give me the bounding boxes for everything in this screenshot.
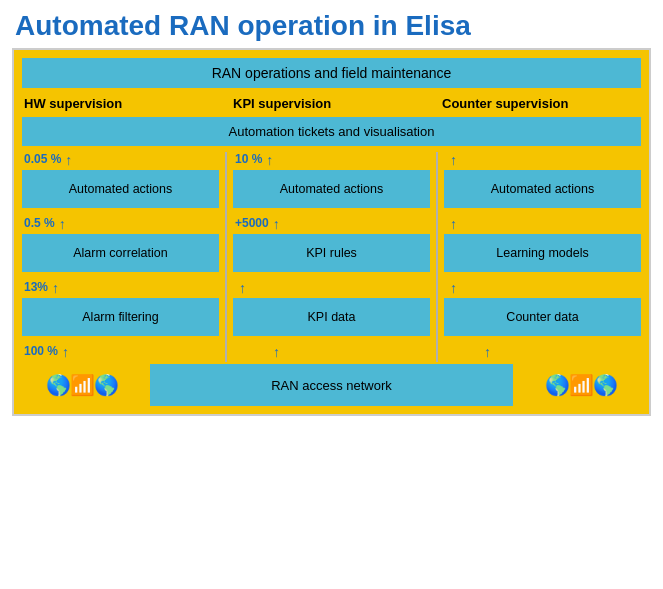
hw-percent-1: 0.05 % (22, 152, 61, 166)
tower-left-icon: 🌎📶🌎 (46, 373, 118, 397)
counter-automated-actions: Automated actions (444, 170, 641, 208)
kpi-rules: KPI rules (233, 234, 430, 272)
kpi-arrow-2: ↑ (273, 216, 280, 232)
hw-arrow-4: ↑ (62, 344, 69, 360)
hw-arrow-2: ↑ (59, 216, 66, 232)
kpi-arrow-1: ↑ (266, 152, 273, 168)
hw-block-2: 0.5 % ↑ Alarm correlation (22, 216, 219, 278)
hw-header: HW supervision (22, 96, 223, 111)
hw-alarm-correlation: Alarm correlation (22, 234, 219, 272)
counter-block-2: ↑ Learning models (444, 216, 641, 278)
counter-arrow-3: ↑ (450, 280, 457, 296)
tower-right-icon: 🌎📶🌎 (545, 373, 617, 397)
tower-right: 🌎📶🌎 (521, 364, 641, 406)
bottom-row: 🌎📶🌎 RAN access network 🌎📶🌎 (22, 364, 641, 406)
hw-percent-3: 13% (22, 280, 48, 294)
tower-left: 🌎📶🌎 (22, 364, 142, 406)
counter-header: Counter supervision (440, 96, 641, 111)
hw-arrow-1: ↑ (65, 152, 72, 168)
kpi-block-1: 10 % ↑ Automated actions (233, 152, 430, 214)
ran-access-bar: RAN access network (150, 364, 513, 406)
kpi-block-2: +5000 ↑ KPI rules (233, 216, 430, 278)
counter-learning-models: Learning models (444, 234, 641, 272)
hw-block-1: 0.05 % ↑ Automated actions (22, 152, 219, 214)
ran-operations-bar: RAN operations and field maintenance (22, 58, 641, 88)
kpi-percent-1: 10 % (233, 152, 262, 166)
counter-block-3: ↑ Counter data (444, 280, 641, 342)
outer-container: RAN operations and field maintenance HW … (12, 48, 651, 416)
counter-arrow-1: ↑ (450, 152, 457, 168)
hw-arrow-3: ↑ (52, 280, 59, 296)
kpi-arrow-4: ↑ (273, 344, 280, 360)
hw-alarm-filtering: Alarm filtering (22, 298, 219, 336)
hw-block-3: 13% ↑ Alarm filtering (22, 280, 219, 342)
kpi-automated-actions: Automated actions (233, 170, 430, 208)
automation-tickets-bar: Automation tickets and visualisation (22, 117, 641, 146)
hw-column: 0.05 % ↑ Automated actions 0.5 % ↑ Alarm… (22, 152, 223, 362)
kpi-column: 10 % ↑ Automated actions +5000 ↑ KPI rul… (229, 152, 434, 362)
page-title: Automated RAN operation in Elisa (0, 0, 663, 48)
counter-arrow-2: ↑ (450, 216, 457, 232)
hw-percent-4: 100 % (22, 344, 58, 358)
kpi-header: KPI supervision (231, 96, 432, 111)
hw-automated-actions: Automated actions (22, 170, 219, 208)
kpi-arrow-3: ↑ (239, 280, 246, 296)
kpi-percent-2: +5000 (233, 216, 269, 230)
counter-block-1: ↑ Automated actions (444, 152, 641, 214)
counter-arrow-4: ↑ (484, 344, 491, 360)
counter-data: Counter data (444, 298, 641, 336)
counter-column: ↑ Automated actions ↑ Learning models ↑ … (440, 152, 641, 362)
kpi-block-3: ↑ KPI data (233, 280, 430, 342)
hw-percent-2: 0.5 % (22, 216, 55, 230)
kpi-data: KPI data (233, 298, 430, 336)
